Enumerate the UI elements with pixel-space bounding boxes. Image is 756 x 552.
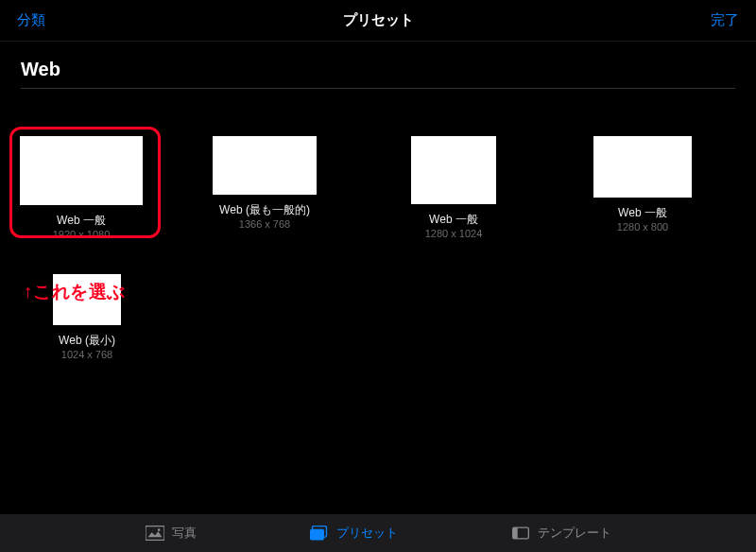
svg-rect-5 (512, 527, 517, 539)
done-button[interactable]: 完了 (711, 11, 739, 29)
header: 分類 プリセット 完了 (0, 0, 756, 42)
svg-point-1 (157, 528, 160, 531)
preset-web-1280x800[interactable]: Web 一般 1280 x 800 (576, 136, 709, 240)
preset-label: Web 一般 (618, 205, 667, 221)
preset-dimensions: 1280 x 1024 (425, 228, 483, 239)
preset-web-1366x768[interactable]: Web (最も一般的) 1366 x 768 (198, 136, 331, 240)
section-title-web: Web (0, 42, 756, 88)
preset-label: Web (最小) (59, 333, 115, 349)
tab-photos[interactable]: 写真 (146, 525, 197, 542)
bottom-toolbar: 写真 プリセット テンプレート (0, 514, 756, 552)
preset-dimensions: 1920 x 1080 (53, 229, 111, 240)
preset-web-1920x1080[interactable]: Web 一般 1920 x 1080 (9, 136, 142, 240)
preset-grid-web: Web 一般 1920 x 1080 Web (最も一般的) 1366 x 76… (0, 89, 756, 370)
preset-icon (310, 526, 329, 541)
preset-dimensions: 1024 x 768 (61, 349, 112, 360)
preset-thumbnail (53, 274, 121, 325)
tab-label: テンプレート (538, 525, 611, 542)
preset-dimensions: 1366 x 768 (239, 218, 290, 230)
photo-icon (146, 526, 164, 541)
tab-templates[interactable]: テンプレート (511, 525, 611, 542)
preset-thumbnail (20, 136, 143, 205)
content-scroll[interactable]: Web Web 一般 1920 x 1080 Web (最も一般的) 1366 … (0, 42, 756, 514)
preset-web-1024x768[interactable]: Web (最小) 1024 x 768 (21, 274, 153, 360)
categorize-button[interactable]: 分類 (17, 11, 45, 29)
preset-label: Web 一般 (57, 213, 106, 229)
preset-label: Web 一般 (429, 212, 478, 228)
preset-thumbnail (411, 136, 496, 204)
preset-thumbnail (593, 136, 692, 198)
svg-rect-0 (146, 526, 164, 541)
preset-label: Web (最も一般的) (219, 202, 310, 218)
preset-dimensions: 1280 x 800 (617, 221, 668, 233)
preset-web-1280x1024[interactable]: Web 一般 1280 x 1024 (387, 136, 520, 240)
tab-label: 写真 (172, 525, 197, 542)
template-icon (511, 526, 530, 541)
tab-label: プリセット (336, 525, 398, 542)
page-title: プリセット (343, 11, 414, 29)
tab-presets[interactable]: プリセット (310, 525, 398, 542)
svg-rect-3 (310, 529, 324, 541)
preset-thumbnail (213, 136, 317, 195)
